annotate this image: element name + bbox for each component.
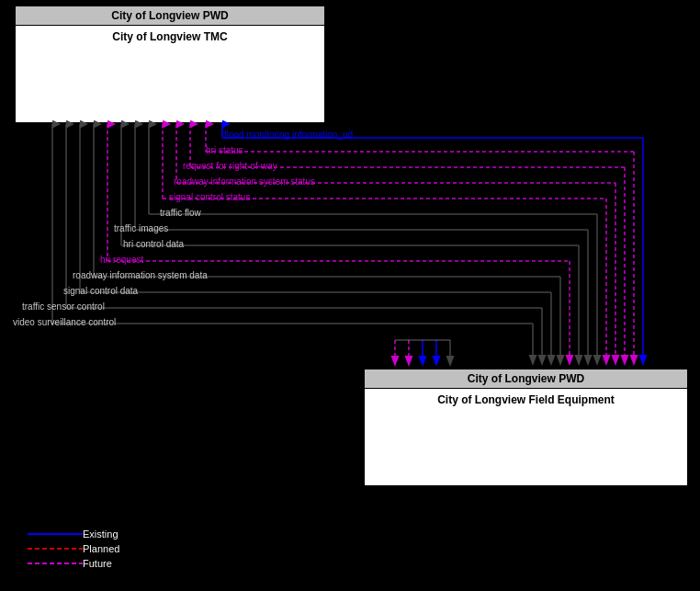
label-traffic-flow: traffic flow [160,208,201,218]
label-traffic-images: traffic images [114,223,168,233]
legend: Existing Planned Future [28,528,119,573]
label-hri-request: hri request [100,255,143,265]
field-box: City of Longview PWD City of Longview Fi… [363,368,689,487]
label-traffic-sensor: traffic sensor control [22,301,105,312]
legend-existing: Existing [28,528,119,540]
legend-existing-label: Existing [83,528,119,540]
label-video-surveillance: video surveillance control [13,317,116,327]
label-request-row: request for right-of-way [183,161,277,171]
legend-planned: Planned [28,543,119,554]
tmc-box: City of Longview PWD City of Longview TM… [14,5,326,124]
field-box-title: City of Longview Field Equipment [365,389,687,411]
label-roadway-data: roadway information system data [73,270,208,280]
planned-line-icon [28,544,83,553]
future-line-icon [28,559,83,568]
tmc-box-title: City of Longview TMC [16,26,324,48]
legend-future-label: Future [83,558,112,569]
existing-line-icon [28,529,83,539]
legend-planned-label: Planned [83,543,119,554]
field-box-header: City of Longview PWD [365,369,687,389]
label-flood-monitoring: flood monitoring information_ud [224,130,353,140]
label-roadway-status: roadway information system status [174,176,315,187]
legend-future: Future [28,558,119,569]
label-hri-control: hri control data [123,239,184,249]
diagram: City of Longview PWD City of Longview TM… [0,0,700,591]
label-signal-data: signal control data [63,286,138,296]
tmc-box-header: City of Longview PWD [16,6,324,26]
label-signal-status: signal control status [169,192,250,202]
label-hri-status: hri status [206,145,243,155]
